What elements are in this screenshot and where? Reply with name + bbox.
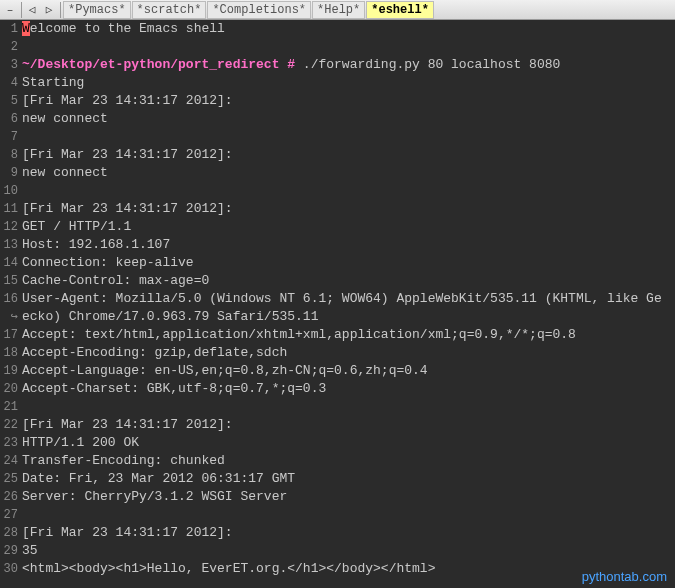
buffer-line[interactable] — [22, 128, 675, 146]
buffer-line[interactable]: ecko) Chrome/17.0.963.79 Safari/535.11 — [22, 308, 675, 326]
buffer-line[interactable]: [Fri Mar 23 14:31:17 2012]: — [22, 92, 675, 110]
line-number: 30 — [0, 560, 18, 578]
buffer-line[interactable]: Host: 192.168.1.107 — [22, 236, 675, 254]
line-number: 22 — [0, 416, 18, 434]
line-number: 6 — [0, 110, 18, 128]
buffer-line[interactable]: 35 — [22, 542, 675, 560]
line-number: 23 — [0, 434, 18, 452]
line-number: 16 — [0, 290, 18, 308]
line-number: 14 — [0, 254, 18, 272]
buffer-line[interactable]: Accept-Charset: GBK,utf-8;q=0.7,*;q=0.3 — [22, 380, 675, 398]
buffer-line[interactable]: Starting — [22, 74, 675, 92]
buffer-line[interactable]: GET / HTTP/1.1 — [22, 218, 675, 236]
line-number: 4 — [0, 74, 18, 92]
line-number: 12 — [0, 218, 18, 236]
separator — [21, 2, 22, 18]
line-number: 20 — [0, 380, 18, 398]
line-number: 13 — [0, 236, 18, 254]
shell-prompt: ~/Desktop/et-python/port_redirect # — [22, 57, 295, 72]
line-number: 18 — [0, 344, 18, 362]
buffer-line[interactable]: Welcome to the Emacs shell — [22, 20, 675, 38]
cursor: W — [22, 21, 30, 36]
buffer-line[interactable]: Server: CherryPy/3.1.2 WSGI Server — [22, 488, 675, 506]
toolbar: – ◁ ▷ *Pymacs**scratch**Completions**Hel… — [0, 0, 675, 20]
buffer-line[interactable] — [22, 38, 675, 56]
line-number: 15 — [0, 272, 18, 290]
forward-icon[interactable]: ▷ — [41, 2, 57, 18]
shell-command: ./forwarding.py 80 localhost 8080 — [295, 57, 560, 72]
buffer-line[interactable]: [Fri Mar 23 14:31:17 2012]: — [22, 416, 675, 434]
buffer-line[interactable]: [Fri Mar 23 14:31:17 2012]: — [22, 200, 675, 218]
watermark: pythontab.com — [582, 569, 667, 584]
tab-completions[interactable]: *Completions* — [207, 1, 311, 19]
buffer-line[interactable]: [Fri Mar 23 14:31:17 2012]: — [22, 146, 675, 164]
line-number: 21 — [0, 398, 18, 416]
line-number: 19 — [0, 362, 18, 380]
tab-help[interactable]: *Help* — [312, 1, 365, 19]
line-number: 11 — [0, 200, 18, 218]
line-number: 1 — [0, 20, 18, 38]
buffer-line[interactable] — [22, 182, 675, 200]
line-number: 8 — [0, 146, 18, 164]
buffer-line[interactable]: Date: Fri, 23 Mar 2012 06:31:17 GMT — [22, 470, 675, 488]
buffer-line[interactable]: ~/Desktop/et-python/port_redirect # ./fo… — [22, 56, 675, 74]
line-number: ↪ — [0, 308, 18, 326]
line-number: 7 — [0, 128, 18, 146]
buffer-line[interactable]: Accept-Encoding: gzip,deflate,sdch — [22, 344, 675, 362]
tab-eshell[interactable]: *eshell* — [366, 1, 434, 19]
buffer-line[interactable] — [22, 506, 675, 524]
buffer-line[interactable]: Cache-Control: max-age=0 — [22, 272, 675, 290]
line-number: 26 — [0, 488, 18, 506]
buffer-line[interactable]: Transfer-Encoding: chunked — [22, 452, 675, 470]
buffer-line[interactable]: HTTP/1.1 200 OK — [22, 434, 675, 452]
line-number: 24 — [0, 452, 18, 470]
buffer-line[interactable]: [Fri Mar 23 14:31:17 2012]: — [22, 524, 675, 542]
buffer-line[interactable]: Accept: text/html,application/xhtml+xml,… — [22, 326, 675, 344]
line-number: 2 — [0, 38, 18, 56]
back-icon[interactable]: ◁ — [24, 2, 40, 18]
line-number: 29 — [0, 542, 18, 560]
tab-pymacs[interactable]: *Pymacs* — [63, 1, 131, 19]
line-number: 28 — [0, 524, 18, 542]
buffer-line[interactable]: Accept-Language: en-US,en;q=0.8,zh-CN;q=… — [22, 362, 675, 380]
line-number: 9 — [0, 164, 18, 182]
buffer-line[interactable]: <html><body><h1>Hello, EverET.org.</h1><… — [22, 560, 675, 578]
buffer-line[interactable]: new connect — [22, 110, 675, 128]
tab-bar: *Pymacs**scratch**Completions**Help**esh… — [63, 1, 435, 19]
editor-area[interactable]: 12345678910111213141516↪1718192021222324… — [0, 20, 675, 588]
minimize-icon[interactable]: – — [2, 2, 18, 18]
line-number: 17 — [0, 326, 18, 344]
line-number-gutter: 12345678910111213141516↪1718192021222324… — [0, 20, 20, 588]
tab-scratch[interactable]: *scratch* — [132, 1, 207, 19]
line-number: 5 — [0, 92, 18, 110]
buffer-line[interactable]: Connection: keep-alive — [22, 254, 675, 272]
line-number: 10 — [0, 182, 18, 200]
line-number: 25 — [0, 470, 18, 488]
buffer-line[interactable]: new connect — [22, 164, 675, 182]
line-number: 3 — [0, 56, 18, 74]
separator — [60, 2, 61, 18]
buffer-content[interactable]: Welcome to the Emacs shell ~/Desktop/et-… — [20, 20, 675, 588]
buffer-line[interactable]: User-Agent: Mozilla/5.0 (Windows NT 6.1;… — [22, 290, 675, 308]
line-number: 27 — [0, 506, 18, 524]
buffer-line[interactable] — [22, 398, 675, 416]
